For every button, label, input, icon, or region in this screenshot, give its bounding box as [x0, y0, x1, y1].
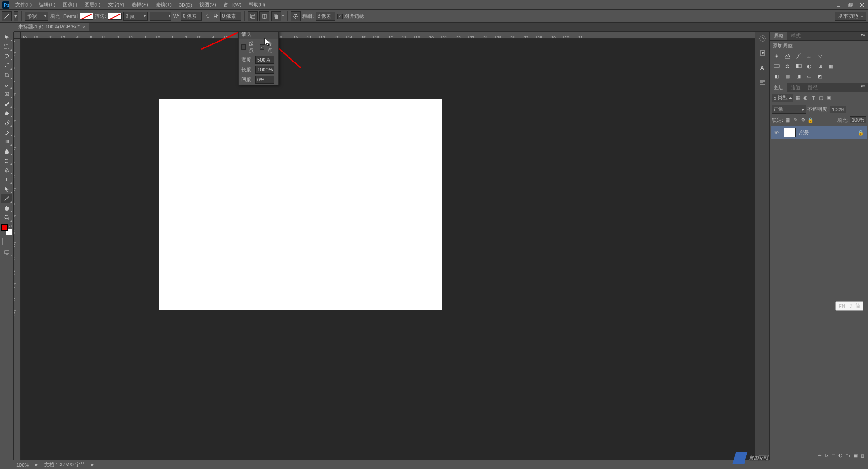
blend-mode-select[interactable]: 正常÷: [772, 105, 806, 114]
vibrance-icon[interactable]: ▽: [816, 52, 824, 60]
restore-button[interactable]: [844, 0, 856, 10]
foreground-color-swatch[interactable]: [1, 224, 8, 231]
ime-lang[interactable]: EN: [839, 303, 845, 309]
screen-mode-button[interactable]: [1, 248, 12, 257]
path-selection-tool[interactable]: [1, 185, 12, 194]
ime-mode[interactable]: 简: [855, 303, 860, 309]
crop-tool[interactable]: [1, 71, 12, 80]
close-icon[interactable]: ×: [82, 24, 85, 30]
new-group-icon[interactable]: 🗀: [845, 453, 850, 458]
menu-image[interactable]: 图像(I): [59, 0, 81, 9]
menu-type[interactable]: 文字(Y): [104, 0, 128, 9]
doc-info-menu-icon[interactable]: ▸: [91, 462, 94, 468]
eraser-tool[interactable]: [1, 128, 12, 137]
blur-tool[interactable]: [1, 147, 12, 156]
channel-mixer-icon[interactable]: ⊞: [816, 62, 824, 70]
menu-file[interactable]: 文件(F): [12, 0, 35, 9]
brightness-contrast-icon[interactable]: ☀: [773, 52, 781, 60]
color-swatches[interactable]: ⇄: [1, 224, 12, 235]
healing-brush-tool[interactable]: [1, 90, 12, 99]
ruler-origin[interactable]: [14, 32, 21, 39]
filter-type-icon[interactable]: T: [810, 95, 816, 101]
workspace-select[interactable]: 基本功能≡: [835, 12, 866, 21]
tab-channels[interactable]: 通道: [787, 83, 804, 92]
tab-styles[interactable]: 样式: [787, 32, 804, 40]
tab-paths[interactable]: 路径: [804, 83, 821, 92]
color-lookup-icon[interactable]: ▦: [827, 62, 835, 70]
pen-tool[interactable]: [1, 166, 12, 175]
width-input[interactable]: [181, 12, 202, 21]
new-fill-adjust-icon[interactable]: ◐: [838, 452, 843, 458]
delete-layer-icon[interactable]: 🗑: [860, 453, 865, 458]
fill-swatch[interactable]: [80, 13, 93, 20]
lock-all-icon[interactable]: 🔒: [807, 117, 814, 123]
geometry-options-button[interactable]: [291, 11, 301, 21]
menu-help[interactable]: 帮助(H): [245, 0, 269, 9]
zoom-menu-icon[interactable]: ▸: [35, 462, 38, 468]
gradient-map-icon[interactable]: ▭: [805, 72, 813, 80]
weight-input[interactable]: [316, 12, 335, 21]
stroke-style-select[interactable]: ▾: [150, 12, 171, 21]
zoom-value[interactable]: 100%: [16, 462, 29, 468]
black-white-icon[interactable]: [794, 62, 802, 70]
filter-adjustment-icon[interactable]: ◐: [802, 95, 809, 101]
arrow-end-checkbox[interactable]: [260, 44, 264, 50]
menu-window[interactable]: 窗口(W): [220, 0, 245, 9]
menu-3d[interactable]: 3D(D): [175, 1, 196, 9]
stroke-swatch[interactable]: [108, 13, 122, 20]
character-panel-icon[interactable]: A: [758, 62, 768, 72]
dodge-tool[interactable]: [1, 156, 12, 165]
arrow-length-input[interactable]: [255, 66, 274, 74]
lock-transparent-icon[interactable]: ▦: [784, 117, 791, 123]
link-layers-icon[interactable]: ⇔: [818, 452, 822, 458]
minimize-button[interactable]: [833, 0, 844, 10]
gradient-tool[interactable]: [1, 137, 12, 146]
ime-moon-icon[interactable]: ☽: [848, 303, 853, 309]
filter-pixel-icon[interactable]: ▦: [795, 95, 801, 101]
filter-shape-icon[interactable]: ▢: [818, 95, 824, 101]
doc-info[interactable]: 文档:1.37M/0 字节: [44, 461, 85, 468]
panel-menu-icon[interactable]: ▾≡: [858, 32, 868, 40]
opacity-input[interactable]: 100%: [830, 106, 846, 113]
history-brush-tool[interactable]: [1, 118, 12, 127]
path-alignment-button[interactable]: [259, 11, 269, 21]
curves-icon[interactable]: [794, 52, 802, 60]
paragraph-panel-icon[interactable]: [758, 77, 768, 87]
layer-thumbnail[interactable]: [784, 128, 796, 137]
canvas[interactable]: [159, 99, 442, 310]
lock-pixels-icon[interactable]: ✎: [792, 117, 798, 123]
levels-icon[interactable]: [783, 52, 792, 60]
height-input[interactable]: [220, 12, 241, 21]
clone-stamp-tool[interactable]: [1, 109, 12, 118]
magic-wand-tool[interactable]: [1, 61, 12, 70]
panel-menu-icon[interactable]: ▾≡: [858, 83, 868, 92]
horizontal-ruler[interactable]: 1098765432101234567891011121314151617181…: [21, 32, 769, 39]
new-layer-icon[interactable]: ▣: [853, 452, 858, 458]
menu-edit[interactable]: 编辑(E): [35, 0, 59, 9]
arrow-concavity-input[interactable]: [255, 76, 274, 84]
document-viewport[interactable]: 1098765432101234567891011121314151617181…: [14, 32, 769, 460]
layer-name[interactable]: 背景: [798, 129, 858, 136]
layer-visibility-icon[interactable]: 👁: [771, 130, 781, 135]
posterize-icon[interactable]: ▤: [783, 72, 792, 80]
lock-position-icon[interactable]: ✥: [800, 117, 806, 123]
eyedropper-tool[interactable]: [1, 80, 12, 89]
history-panel-icon[interactable]: [758, 33, 768, 43]
properties-panel-icon[interactable]: [758, 48, 768, 58]
hue-sat-icon[interactable]: [773, 62, 781, 70]
tab-adjustments[interactable]: 调整: [770, 32, 787, 40]
quick-mask-toggle[interactable]: [2, 238, 11, 245]
document-tab[interactable]: 未标题-1 @ 100%(RGB/8) * ×: [14, 23, 89, 31]
brush-tool[interactable]: [1, 99, 12, 108]
selective-color-icon[interactable]: ◩: [816, 72, 824, 80]
lasso-tool[interactable]: [1, 52, 12, 61]
exposure-icon[interactable]: ▱: [805, 52, 813, 60]
menu-filter[interactable]: 滤镜(T): [152, 0, 175, 9]
filter-smart-icon[interactable]: ▣: [826, 95, 832, 101]
stroke-width-select[interactable]: 3 点: [123, 12, 148, 21]
shape-mode-select[interactable]: 形状: [25, 12, 48, 21]
menu-select[interactable]: 选择(S): [128, 0, 152, 9]
fill-input[interactable]: 100%: [850, 116, 866, 123]
path-operations-button[interactable]: [248, 11, 258, 21]
invert-icon[interactable]: ◧: [773, 72, 781, 80]
